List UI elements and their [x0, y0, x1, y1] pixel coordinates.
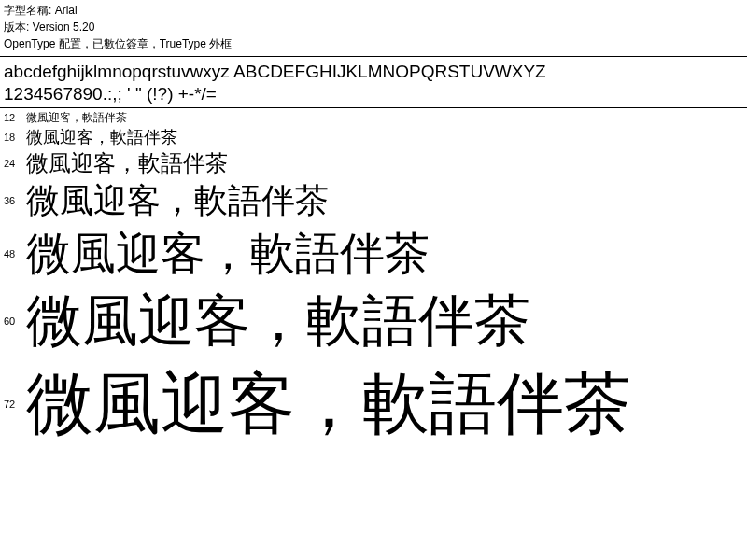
character-specimen: abcdefghijklmnopqrstuvwxyz ABCDEFGHIJKLM… [0, 57, 747, 107]
sample-row: 48 微風迎客，軟語伴茶 [0, 224, 747, 284]
specimen-digits: 1234567890.:,; ' " (!?) +-*/= [4, 83, 743, 105]
font-name-value: Arial [55, 4, 78, 17]
size-label: 72 [0, 399, 26, 410]
size-label: 18 [0, 132, 26, 143]
sample-row: 60 微風迎客，軟語伴茶 [0, 284, 747, 359]
size-label: 60 [0, 315, 26, 327]
sample-row: 12 微風迎客，軟語伴茶 [0, 110, 747, 126]
version-label: 版本: [4, 21, 33, 34]
size-label: 48 [0, 248, 26, 259]
sample-row: 36 微風迎客，軟語伴茶 [0, 178, 747, 224]
font-info-header: 字型名稱: Arial 版本: Version 5.20 OpenType 配置… [0, 0, 747, 56]
sample-text-24: 微風迎客，軟語伴茶 [26, 148, 747, 178]
version-line: 版本: Version 5.20 [4, 19, 743, 35]
font-name-line: 字型名稱: Arial [4, 2, 743, 19]
version-value: Version 5.20 [33, 21, 95, 34]
sample-text-72: 微風迎客，軟語伴茶 [26, 359, 747, 449]
sample-text-60: 微風迎客，軟語伴茶 [26, 284, 747, 359]
features-line: OpenType 配置，已數位簽章，TrueType 外框 [4, 35, 743, 52]
sample-text-36: 微風迎客，軟語伴茶 [26, 178, 747, 224]
sample-text-18: 微風迎客，軟語伴茶 [26, 126, 747, 148]
size-label: 36 [0, 195, 26, 206]
sample-row: 18 微風迎客，軟語伴茶 [0, 126, 747, 148]
sample-row: 24 微風迎客，軟語伴茶 [0, 148, 747, 178]
sample-text-12: 微風迎客，軟語伴茶 [26, 110, 747, 126]
font-name-label: 字型名稱: [4, 4, 55, 17]
size-label: 12 [0, 112, 26, 123]
size-samples: 12 微風迎客，軟語伴茶 18 微風迎客，軟語伴茶 24 微風迎客，軟語伴茶 3… [0, 108, 747, 449]
specimen-alpha: abcdefghijklmnopqrstuvwxyz ABCDEFGHIJKLM… [4, 61, 743, 83]
sample-text-48: 微風迎客，軟語伴茶 [26, 224, 747, 284]
size-label: 24 [0, 158, 26, 169]
sample-row: 72 微風迎客，軟語伴茶 [0, 359, 747, 449]
